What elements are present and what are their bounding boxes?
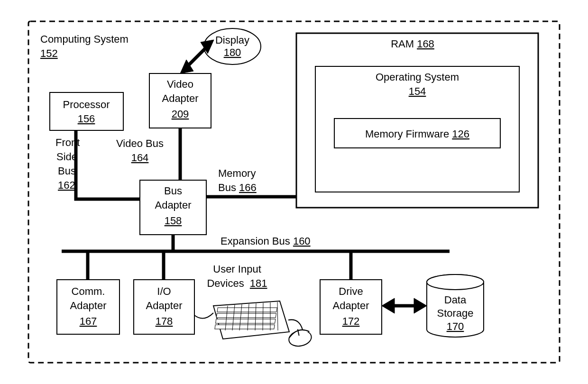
expansion-bus-label: Expansion Bus 160	[220, 235, 311, 247]
os-ref: 154	[409, 85, 426, 97]
os-title: Operating System	[376, 71, 459, 83]
drive-storage-arrow	[382, 298, 427, 313]
drive-adapter-ref: 172	[342, 315, 360, 327]
drive-adapter-l1: Drive	[339, 285, 363, 297]
io-adapter-l1: I/O	[157, 285, 171, 297]
memory-bus-l2: Bus 166	[218, 182, 257, 193]
svg-point-4	[427, 274, 484, 290]
bus-adapter-l1: Bus	[164, 185, 182, 197]
display-title: Display	[215, 34, 249, 46]
data-storage-ref: 170	[447, 320, 464, 332]
comm-adapter-l1: Comm.	[72, 285, 105, 297]
fsb-ref: 162	[58, 179, 75, 191]
svg-rect-9	[217, 308, 277, 312]
video-bus-title: Video Bus	[116, 137, 164, 149]
keyboard-icon	[213, 301, 303, 339]
comm-adapter-l2: Adapter	[70, 300, 106, 311]
svg-marker-6	[382, 298, 395, 313]
svg-line-0	[188, 47, 206, 66]
mouse-icon	[287, 328, 313, 348]
fsb-l3: Bus	[58, 165, 76, 177]
bus-adapter-ref: 158	[165, 215, 182, 227]
svg-rect-12	[215, 325, 275, 329]
ram-title: RAM 168	[391, 38, 434, 50]
system-ref: 152	[40, 47, 58, 59]
input-devices-l1: User Input	[213, 263, 261, 275]
memory-bus-l1: Memory	[218, 167, 256, 179]
data-storage-l2: Storage	[437, 307, 473, 319]
data-storage-l1: Data	[444, 294, 467, 306]
input-devices-l2: Devices 181	[207, 277, 267, 289]
system-title: Computing System	[40, 33, 129, 45]
comm-adapter-ref: 167	[80, 315, 97, 327]
processor-ref: 156	[78, 113, 95, 125]
bus-adapter-l2: Adapter	[155, 199, 191, 211]
video-adapter-l2: Adapter	[162, 92, 198, 104]
processor-box	[50, 92, 123, 130]
svg-marker-7	[414, 298, 427, 313]
system-diagram: Computing System 152 RAM 168 Operating S…	[0, 0, 588, 384]
display-ref: 180	[224, 46, 241, 58]
memory-firmware-label: Memory Firmware 126	[365, 128, 469, 140]
svg-rect-10	[216, 313, 276, 318]
io-adapter-l2: Adapter	[146, 300, 182, 311]
io-cable	[194, 313, 213, 318]
svg-rect-11	[216, 319, 276, 323]
video-bus-ref: 164	[131, 152, 149, 164]
processor-title: Processor	[63, 99, 110, 110]
video-adapter-l1: Video	[167, 78, 193, 90]
fsb-l2: Side	[56, 151, 77, 163]
drive-adapter-l2: Adapter	[332, 300, 369, 311]
video-adapter-ref: 209	[172, 108, 189, 120]
fsb-l1: Front	[55, 137, 80, 148]
io-adapter-ref: 178	[156, 315, 173, 327]
data-storage: Data Storage 170	[427, 274, 484, 337]
